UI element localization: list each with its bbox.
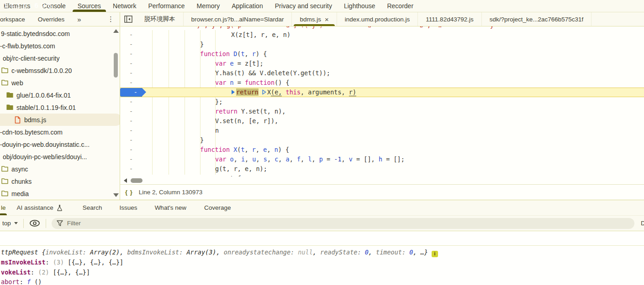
file-tab[interactable]: sdk/?project_ke...2ac766b575c31f bbox=[482, 12, 592, 26]
code-token: } bbox=[200, 136, 204, 144]
code-area[interactable]: }", y", g("p" "u", f("y") u "b", "w" "y"… bbox=[120, 26, 644, 176]
file-tab[interactable]: browser.cn.js?b...alName=Slardar bbox=[184, 12, 292, 26]
drawer-tab-issues[interactable]: Issues bbox=[120, 204, 137, 211]
code-line[interactable]: -V.set(n, [e, r]), bbox=[120, 116, 644, 126]
line-gutter[interactable]: - bbox=[120, 135, 142, 145]
tree-item-media[interactable]: media bbox=[0, 187, 120, 200]
line-gutter[interactable]: - bbox=[120, 107, 142, 116]
code-line[interactable]: -Y.has(t) && V.delete(Y.get(t)); bbox=[120, 68, 644, 78]
tree-item-async[interactable]: async bbox=[0, 163, 120, 175]
file-tab[interactable]: 脱环境脚本 bbox=[137, 12, 184, 26]
scroll-up-icon[interactable] bbox=[113, 29, 119, 33]
code-line[interactable]: -}; bbox=[120, 97, 644, 107]
code-line[interactable]: -var e = z[t]; bbox=[120, 59, 644, 68]
tree-item--douyin-pc-web-douyinstatic-c-[interactable]: -douyin-pc-web.douyinstatic.c... bbox=[0, 138, 120, 150]
tree-item-web[interactable]: web bbox=[0, 77, 120, 89]
console-row[interactable]: ttpRequest {invokeList: Array(2), bdmsIn… bbox=[1, 249, 438, 257]
line-gutter[interactable]: - bbox=[120, 126, 142, 135]
line-gutter[interactable]: - bbox=[120, 164, 142, 174]
code-line[interactable]: -n bbox=[120, 126, 644, 135]
scroll-down-icon[interactable] bbox=[113, 193, 119, 197]
scroll-left-icon[interactable] bbox=[124, 178, 127, 183]
drawer-tab-search[interactable]: Search bbox=[83, 204, 102, 211]
code-line[interactable]: -var o, i, u, s, c, a, f, l, p = -1, v =… bbox=[120, 155, 644, 164]
pretty-print-icon[interactable]: { } bbox=[125, 189, 133, 196]
close-icon[interactable]: × bbox=[325, 16, 329, 23]
line-gutter[interactable]: - bbox=[120, 97, 142, 107]
more-tabs-icon[interactable]: » bbox=[77, 16, 80, 23]
tree-item-c-webmssdk-1-0-0-20[interactable]: c-webmssdk/1.0.0.20 bbox=[0, 64, 120, 77]
code-token: i bbox=[241, 155, 245, 163]
live-expression-icon[interactable] bbox=[29, 220, 40, 227]
line-gutter[interactable]: - bbox=[120, 68, 142, 78]
code-line[interactable]: }", y", g("p" "u", f("y") u "b", "w" "y" bbox=[120, 26, 644, 30]
code-text: }; bbox=[215, 97, 222, 107]
tab-sources[interactable]: Sources bbox=[72, 0, 107, 12]
file-tab-label: sdk/?project_ke...2ac766b575c31f bbox=[490, 16, 584, 23]
context-selector[interactable]: top bbox=[2, 220, 11, 227]
scrollbar-thumb[interactable] bbox=[114, 53, 118, 78]
line-gutter[interactable]: - bbox=[120, 30, 142, 40]
code-line[interactable]: -X(z[t], r, e, n) bbox=[120, 30, 644, 40]
console-row[interactable]: msInvokeList: (3) [{…}, {…}, {…}] bbox=[1, 259, 123, 266]
console-row[interactable]: vokeList: (2) [{…}, {…}] bbox=[1, 269, 90, 276]
inline-breakpoint-marker[interactable] bbox=[262, 88, 266, 97]
tab-workspace[interactable]: orkspace bbox=[0, 16, 25, 23]
drawer-tab-bar: leAI assistanceSearchIssuesWhat's newCov… bbox=[0, 200, 644, 216]
line-gutter[interactable]: - bbox=[120, 155, 142, 164]
info-icon[interactable]: i bbox=[432, 251, 438, 257]
code-line[interactable]: -function D(t, r) { bbox=[120, 49, 644, 59]
execution-pointer[interactable]: - bbox=[120, 88, 142, 97]
tab-console[interactable]: Console bbox=[36, 0, 71, 12]
tab-network[interactable]: Network bbox=[107, 0, 142, 12]
chevron-down-icon[interactable] bbox=[14, 222, 18, 224]
tab-application[interactable]: Application bbox=[226, 0, 269, 12]
code-line[interactable]: -return Y.set(t, n), bbox=[120, 107, 644, 116]
tab-overrides[interactable]: Overrides bbox=[38, 16, 65, 23]
line-gutter[interactable]: - bbox=[120, 59, 142, 68]
tree-item--cdn-tos-bytescm-com[interactable]: -cdn-tos.bytescm.com bbox=[0, 126, 120, 138]
tree-item-glue-1-0-0-64-fix-01[interactable]: glue/1.0.0.64-fix.01 bbox=[0, 89, 120, 101]
code-line[interactable]: -g(t, r, e, n); bbox=[120, 164, 644, 174]
drawer-tab-le[interactable]: le bbox=[1, 204, 6, 211]
code-line[interactable]: -} bbox=[120, 135, 644, 145]
line-gutter[interactable]: - bbox=[120, 78, 142, 88]
tab-memory[interactable]: Memory bbox=[191, 0, 226, 12]
sidebar-scrollbar[interactable] bbox=[113, 26, 119, 200]
code-line[interactable]: -var n = function() { bbox=[120, 78, 644, 88]
paused-code-line[interactable]: -return X(e, this, arguments, r) bbox=[120, 88, 644, 97]
console-row[interactable]: abort: f () bbox=[1, 278, 42, 285]
tree-item-obj-rc-client-security[interactable]: obj/rc-client-security bbox=[0, 52, 120, 64]
kebab-menu-icon[interactable]: ⋮ bbox=[107, 15, 114, 23]
tree-item-stable-1-0-1-19-fix-01[interactable]: stable/1.0.1.19-fix.01 bbox=[0, 101, 120, 114]
line-gutter[interactable]: - bbox=[120, 40, 142, 49]
scrollbar-thumb[interactable] bbox=[131, 178, 143, 183]
tab-lighthouse[interactable]: Lighthouse bbox=[338, 0, 381, 12]
console-filter-input[interactable]: Filter bbox=[52, 218, 634, 229]
tab-recorder[interactable]: Recorder bbox=[381, 0, 419, 12]
drawer-tab-ai-assistance[interactable]: AI assistance bbox=[17, 204, 63, 211]
drawer-tab-what-s-new[interactable]: What's new bbox=[155, 204, 186, 211]
tree-item--c-flwb-bytetos-com[interactable]: -c-flwb.bytetos.com bbox=[0, 40, 120, 52]
drawer-tab-coverage[interactable]: Coverage bbox=[204, 204, 231, 211]
line-gutter[interactable]: - bbox=[120, 145, 142, 155]
file-icon bbox=[14, 116, 21, 124]
tab-elements[interactable]: Elements bbox=[0, 0, 36, 12]
tab-privacy-and-security[interactable]: Privacy and security bbox=[269, 0, 338, 12]
code-line[interactable]: -} bbox=[120, 40, 644, 49]
tab-performance[interactable]: Performance bbox=[142, 0, 190, 12]
hide-navigator-icon[interactable] bbox=[120, 12, 137, 26]
file-tab[interactable]: 1111.82d43792.js bbox=[418, 12, 481, 26]
line-gutter[interactable]: - bbox=[120, 116, 142, 126]
editor-horizontal-scrollbar[interactable] bbox=[120, 176, 644, 184]
file-tab[interactable]: bdms.js× bbox=[292, 12, 337, 26]
tree-item-chunks[interactable]: chunks bbox=[0, 175, 120, 187]
tree-item-bdms-js[interactable]: bdms.js bbox=[0, 114, 120, 126]
tree-item-obj-douyin-pc-web-ies-douyi-[interactable]: obj/douyin-pc-web/ies/douyi... bbox=[0, 150, 120, 163]
tree-item-9-static-bytednsdoc-com[interactable]: 9-static.bytednsdoc.com bbox=[0, 27, 120, 40]
code-line[interactable]: -function X(t, r, e, n) { bbox=[120, 145, 644, 155]
log-levels-dropdown[interactable]: Def bbox=[641, 220, 644, 227]
inline-breakpoint-marker[interactable] bbox=[231, 88, 235, 97]
file-tab[interactable]: index.umd.production.js bbox=[337, 12, 418, 26]
line-gutter[interactable]: - bbox=[120, 49, 142, 59]
